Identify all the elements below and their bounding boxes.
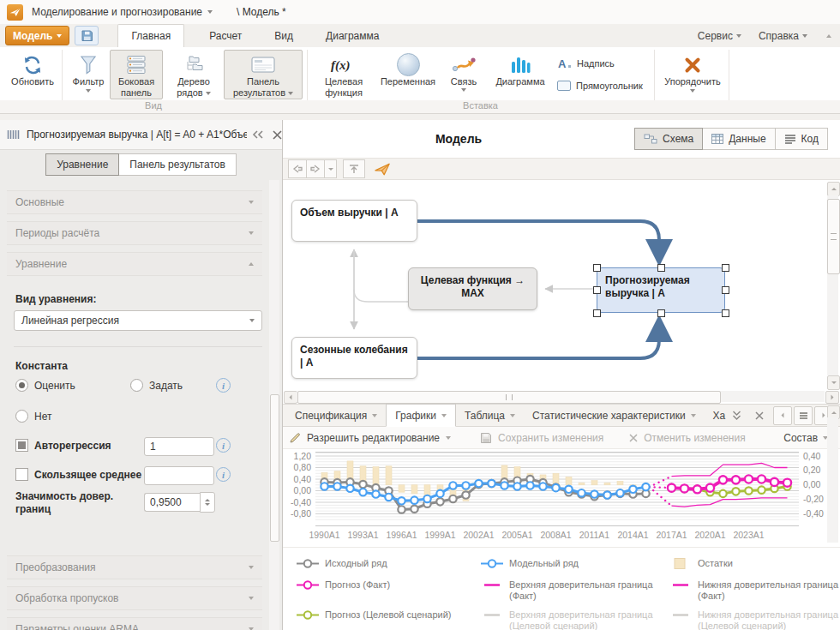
forward-button[interactable]	[307, 159, 325, 178]
cancel-changes-button[interactable]: Отменить изменения	[629, 432, 745, 444]
arrange-button[interactable]: Упорядочить	[660, 50, 725, 99]
node-objective-function[interactable]: Целевая функция → MAX	[408, 267, 537, 310]
selection-handle[interactable]	[593, 264, 601, 272]
close-panel-icon[interactable]	[273, 130, 282, 140]
composition-button[interactable]: Состав	[783, 432, 828, 444]
node-forecast-revenue[interactable]: Прогнозируемая выручка | A	[597, 267, 725, 313]
significance-spinner[interactable]	[144, 492, 215, 513]
ribbon-tab-vid[interactable]: Вид	[261, 25, 306, 47]
tab-specification[interactable]: Спецификация	[286, 405, 386, 427]
link-button[interactable]: Связь	[442, 50, 485, 99]
collapse-panel-icon[interactable]	[252, 130, 264, 139]
node-revenue-volume[interactable]: Объем выручки | A	[291, 200, 417, 242]
selection-handle[interactable]	[722, 286, 729, 294]
collapse-ribbon-icon[interactable]	[826, 34, 831, 38]
app-menu[interactable]: Моделирование и прогнозирование	[32, 6, 213, 18]
filter-button[interactable]: Фильтр	[69, 50, 108, 99]
info-icon[interactable]	[216, 467, 231, 482]
diagram-hscrollbar[interactable]	[283, 390, 840, 404]
view-button-code[interactable]: Код	[776, 128, 828, 150]
ribbon-tab-diagramma[interactable]: Диаграмма	[313, 25, 392, 47]
file-menu-button[interactable]: Модель	[5, 26, 69, 45]
selection-handle[interactable]	[722, 264, 729, 272]
refresh-button[interactable]: Обновить	[7, 50, 58, 99]
variable-button[interactable]: Переменная	[378, 50, 438, 99]
legend-item[interactable]: Прогноз (Целевой сценарий)	[297, 609, 481, 630]
section-gaps[interactable]: Обработка пропусков	[7, 586, 262, 610]
radio-estimate[interactable]: Оценить	[15, 379, 75, 392]
tab-charts[interactable]: Графики	[386, 404, 456, 427]
close-results-icon[interactable]	[755, 411, 764, 420]
legend-item[interactable]: Верхняя доверительная граница (Целевой с…	[481, 609, 669, 630]
legend-item[interactable]: Остатки	[669, 558, 840, 572]
scroll-left-button[interactable]	[284, 391, 297, 404]
tab-list-button[interactable]	[794, 406, 813, 425]
section-periods[interactable]: Периоды расчёта	[7, 221, 262, 245]
view-button-data[interactable]: Данные	[703, 128, 775, 150]
tab-statistics[interactable]: Статистические характеристики	[524, 405, 705, 427]
scroll-down-button[interactable]	[827, 375, 840, 390]
back-button[interactable]	[288, 159, 307, 178]
moving-average-checkbox[interactable]: Скользящее среднее	[15, 468, 141, 481]
autoregression-input[interactable]	[144, 437, 214, 456]
history-dropdown-button[interactable]	[325, 159, 337, 178]
autoregression-checkbox[interactable]: Авторегрессия	[15, 439, 111, 452]
legend-item[interactable]: Прогноз (Факт)	[297, 579, 481, 602]
selection-handle[interactable]	[593, 286, 601, 294]
equation-type-select[interactable]: Линейная регрессия	[14, 310, 262, 331]
tabs-overflow-icon[interactable]	[732, 411, 741, 421]
up-level-button[interactable]	[343, 159, 365, 178]
significance-input[interactable]	[144, 493, 200, 512]
scrollbar-thumb[interactable]	[270, 394, 279, 542]
service-menu[interactable]: Сервис	[698, 30, 741, 42]
scrollbar-thumb[interactable]	[297, 391, 721, 404]
side-panel-toggle-button[interactable]: Боковая панель	[110, 50, 163, 99]
selection-handle[interactable]	[657, 309, 665, 317]
objective-function-button[interactable]: f(x) Целевая функция	[314, 50, 374, 99]
selection-handle[interactable]	[593, 309, 601, 317]
legend-item[interactable]: Модельный ряд	[481, 558, 669, 572]
radio-none[interactable]: Нет	[15, 410, 51, 423]
tab-scroll-left-button[interactable]	[773, 406, 792, 425]
selection-handle[interactable]	[657, 264, 665, 272]
tab-truncated[interactable]: Ха	[705, 405, 728, 427]
spinner-buttons[interactable]	[200, 492, 215, 513]
radio-set[interactable]: Задать	[130, 379, 183, 392]
allow-edit-button[interactable]: Разрешить редактирование	[290, 432, 451, 444]
results-panel-button[interactable]: Панель результатов	[224, 50, 303, 99]
scroll-up-button[interactable]	[827, 182, 840, 196]
legend-item[interactable]: Исходный ряд	[297, 558, 481, 572]
legend-item[interactable]: Нижняя доверительная граница (Факт)	[669, 579, 840, 602]
info-icon[interactable]	[216, 438, 231, 453]
legend-item[interactable]: Верхняя доверительная граница (Факт)	[481, 579, 669, 602]
node-seasonal[interactable]: Сезонные колебания | A	[291, 337, 417, 379]
side-panel-scrollbar[interactable]	[269, 180, 279, 630]
tab-equation[interactable]: Уравнение	[45, 153, 119, 176]
scrollbar-thumb[interactable]	[827, 199, 840, 274]
tab-table[interactable]: Таблица	[456, 405, 524, 427]
legend-item[interactable]: Нижняя доверительная граница (Целевой сц…	[669, 609, 840, 630]
selection-handle[interactable]	[722, 309, 729, 317]
ribbon-tab-glavnaya[interactable]: Главная	[117, 24, 184, 48]
view-button-schema[interactable]: Схема	[634, 128, 703, 150]
section-transforms[interactable]: Преобразования	[7, 555, 262, 579]
caption-button[interactable]: A Надпись	[557, 54, 615, 73]
navigate-model-icon[interactable]	[375, 163, 390, 176]
diagram-canvas[interactable]: Объем выручки | A Целевая функция → MAX …	[283, 180, 840, 390]
section-arma[interactable]: Параметры оценки ARMA	[7, 617, 262, 630]
diagram-vscrollbar[interactable]	[826, 180, 840, 390]
moving-average-input[interactable]	[144, 466, 214, 485]
section-main[interactable]: Основные	[7, 190, 262, 214]
save-changes-button[interactable]: Сохранить изменения	[480, 432, 603, 444]
tab-results-panel[interactable]: Панель результатов	[119, 153, 236, 176]
info-icon[interactable]	[216, 378, 231, 393]
ribbon-tab-raschet[interactable]: Расчет	[196, 25, 255, 47]
section-equation[interactable]: Уравнение	[7, 252, 262, 276]
scroll-right-button[interactable]	[825, 391, 839, 404]
series-tree-button[interactable]: Дерево рядов	[168, 50, 219, 99]
help-menu[interactable]: Справка	[759, 30, 807, 42]
results-vscrollbar[interactable]	[827, 405, 838, 543]
save-button[interactable]	[75, 26, 99, 45]
rectangle-button[interactable]: Прямоугольник	[557, 76, 643, 95]
insert-chart-button[interactable]: Диаграмма	[490, 50, 550, 99]
